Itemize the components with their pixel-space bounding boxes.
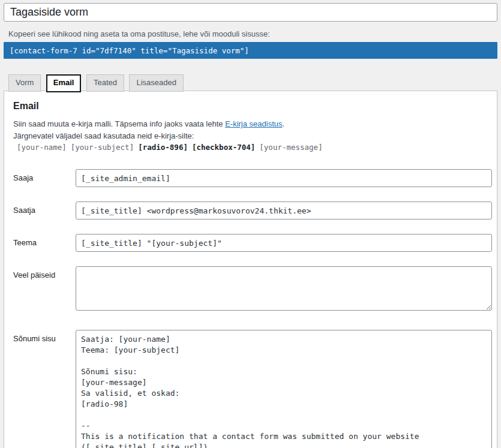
intro-period: .	[283, 119, 285, 128]
mail-subject-input[interactable]	[76, 234, 492, 252]
mail-tags-hint: Järgnevatel väljadel saad kasutada neid …	[13, 131, 492, 141]
tab-vorm[interactable]: Vorm	[8, 74, 41, 92]
panel-intro: Siin saad muuta e-kirja malli. Täpsema i…	[13, 119, 492, 129]
shortcode-input[interactable]	[4, 42, 497, 59]
field-row-body: Sõnumi sisu Saatja: [your-name] Teema: […	[13, 330, 492, 448]
panel-heading: Email	[13, 101, 492, 112]
contact-form-editor: Kopeeri see lühikood ning aseta ta oma p…	[0, 0, 497, 448]
mail-setup-link[interactable]: E-kirja seadistus	[225, 119, 282, 128]
mail-from-input[interactable]	[76, 202, 492, 220]
mail-tag: [your-subject]	[71, 143, 134, 152]
mail-tags-list: [your-name][your-subject][radio-896][che…	[17, 143, 492, 152]
shortcode-hint-text: Kopeeri see lühikood ning aseta ta oma p…	[8, 29, 497, 40]
email-panel: Email Siin saad muuta e-kirja malli. Täp…	[4, 91, 497, 448]
mail-tag: [radio-896]	[138, 143, 188, 152]
mail-to-label: Saaja	[13, 169, 76, 187]
editor-tabs: Vorm Email Teated Lisaseaded	[8, 74, 497, 91]
tab-email[interactable]: Email	[46, 74, 82, 92]
mail-tag: [your-message]	[259, 143, 322, 152]
email-template-fields: Saaja Saatja Teema Veel päiseid	[13, 169, 492, 448]
mail-tag: [checkbox-704]	[192, 143, 255, 152]
mail-subject-label: Teema	[13, 234, 76, 252]
mail-body-label: Sõnumi sisu	[13, 330, 76, 448]
field-row-to: Saaja	[13, 169, 492, 187]
mail-body-textarea[interactable]: Saatja: [your-name] Teema: [your-subject…	[76, 330, 492, 448]
mail-to-input[interactable]	[76, 169, 492, 187]
form-title-input[interactable]	[4, 3, 497, 22]
mail-tag: [your-name]	[17, 143, 67, 152]
tab-teated[interactable]: Teated	[86, 74, 124, 92]
intro-text: Siin saad muuta e-kirja malli. Täpsema i…	[13, 119, 223, 128]
mail-headers-label: Veel päiseid	[13, 266, 76, 311]
tab-lisaseaded[interactable]: Lisaseaded	[129, 74, 184, 92]
field-row-subject: Teema	[13, 234, 492, 252]
field-row-headers: Veel päiseid	[13, 266, 492, 311]
mail-from-label: Saatja	[13, 202, 76, 220]
mail-headers-textarea[interactable]	[76, 266, 492, 311]
field-row-from: Saatja	[13, 202, 492, 220]
